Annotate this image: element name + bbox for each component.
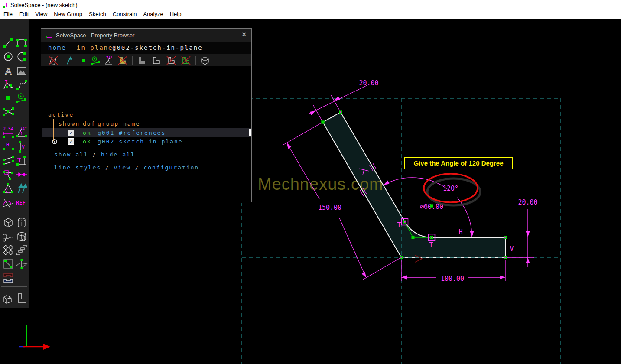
show-occluded-icon[interactable] <box>200 55 210 65</box>
link-file-tool[interactable] <box>2 272 14 284</box>
svg-text:74°: 74° <box>106 56 112 60</box>
shown-checkbox[interactable]: ✓ <box>68 130 74 136</box>
column-shown: shown <box>59 120 80 127</box>
close-icon[interactable]: ✕ <box>241 30 247 39</box>
tangent-arc-tool[interactable]: T <box>2 79 14 91</box>
menu-bar: File Edit View New Group Sketch Constrai… <box>0 10 621 19</box>
dim-top-width: 20.00 <box>359 79 378 87</box>
hide-mesh-icon[interactable] <box>181 55 191 65</box>
reference-dimension-tool[interactable]: REF <box>16 196 28 208</box>
menu-edit[interactable]: Edit <box>19 11 29 17</box>
hide-workplanes-icon[interactable] <box>48 55 59 65</box>
arc-tool[interactable] <box>16 51 28 63</box>
tangent-constraint-tool[interactable] <box>2 196 14 208</box>
equal-constraint-tool[interactable] <box>2 182 14 195</box>
show-construction-icon[interactable] <box>91 55 101 65</box>
symmetric-constraint-tool[interactable] <box>16 169 28 181</box>
property-browser-body: active shown dof group-name ✓ ok g001-#r… <box>41 66 251 203</box>
slash-separator: / <box>92 151 97 158</box>
group-link-sketch-in-plane[interactable]: g002-sketch-in-plane <box>98 138 183 145</box>
svg-text:V: V <box>22 144 25 150</box>
distance-dimension-tool[interactable]: 2.54 <box>2 126 14 138</box>
image-tool[interactable] <box>16 65 28 77</box>
dim-arm-length: 150.00 <box>318 204 341 211</box>
tangent-label-2: T <box>429 241 433 249</box>
annotation-callout: Give the Angle of 120 Degree <box>405 157 513 169</box>
parallel-normals-tool[interactable] <box>16 182 28 195</box>
active-label: active <box>48 111 74 118</box>
bezier-tool[interactable] <box>16 79 28 91</box>
lathe-tool[interactable] <box>16 217 28 229</box>
nearest-iso-view-tool[interactable] <box>2 292 14 304</box>
toolbar-separator <box>132 56 133 65</box>
show-dimensions-icon[interactable]: 74° <box>104 55 114 65</box>
hide-outlines-icon[interactable] <box>166 55 176 65</box>
nearest-ortho-view-tool[interactable] <box>16 292 28 304</box>
window-titlebar[interactable]: SolveSpace - (new sketch) <box>0 0 621 10</box>
angle-dimension-tool[interactable]: 74° <box>16 126 28 138</box>
extrude-tool[interactable] <box>2 217 14 229</box>
show-points-icon[interactable] <box>78 55 89 65</box>
sketch-in-3d-tool[interactable] <box>16 258 28 270</box>
point-tool[interactable] <box>2 92 14 104</box>
show-hide-links: show all / hide all <box>54 151 135 158</box>
hide-all-link[interactable]: hide all <box>101 151 135 158</box>
column-group-name: group-name <box>98 120 140 127</box>
show-normals-icon[interactable] <box>64 55 74 65</box>
construction-circle-tool[interactable] <box>16 92 28 104</box>
shown-checkbox[interactable]: ✓ <box>68 138 74 145</box>
horizontal-constraint-label: H <box>458 228 462 236</box>
property-browser-title: SolveSpace - Property Browser <box>56 32 134 39</box>
menu-view[interactable]: View <box>35 11 47 17</box>
home-link[interactable]: home <box>48 42 66 54</box>
translate-copies-tool[interactable] <box>16 244 28 256</box>
tree-line <box>53 119 54 141</box>
menu-file[interactable]: File <box>3 11 13 17</box>
vertical-constraint-label: V <box>510 245 514 253</box>
revolve-tool[interactable] <box>16 231 28 243</box>
property-browser-titlebar[interactable]: SolveSpace - Property Browser ✕ <box>41 29 251 42</box>
text-tool[interactable]: A <box>2 65 14 77</box>
perpendicular-constraint-tool[interactable] <box>16 155 28 167</box>
property-browser-window: SolveSpace - Property Browser ✕ home in … <box>41 28 252 202</box>
sketch-in-plane-tool[interactable] <box>2 258 14 270</box>
origin-triad <box>19 325 50 350</box>
dim-angle: 120° <box>443 185 458 192</box>
menu-sketch[interactable]: Sketch <box>89 11 106 17</box>
parallel-constraint-tool[interactable] <box>2 155 14 167</box>
menu-help[interactable]: Help <box>170 11 182 17</box>
hide-constraints-icon[interactable] <box>117 55 128 65</box>
point-on-line-tool[interactable] <box>2 169 14 181</box>
property-browser-icon <box>45 32 52 40</box>
menu-new-group[interactable]: New Group <box>54 11 82 17</box>
property-browser-nav: home in plane: g002-sketch-in-plane <box>41 42 251 54</box>
svg-text:2.54: 2.54 <box>3 127 13 131</box>
rotate-copies-tool[interactable] <box>2 244 14 256</box>
circle-tool[interactable] <box>2 51 14 63</box>
dof-value: ok <box>83 138 91 145</box>
workplane-reference-lines <box>242 98 560 364</box>
configuration-link[interactable]: configuration <box>143 164 199 171</box>
line-tool[interactable] <box>2 37 14 49</box>
rectangle-tool[interactable] <box>16 37 28 49</box>
group-link-references[interactable]: g001-#references <box>98 130 166 136</box>
helix-tool[interactable] <box>2 231 14 243</box>
menu-constrain[interactable]: Constrain <box>113 11 137 17</box>
vertical-constraint-tool[interactable]: V <box>16 141 28 153</box>
view-link[interactable]: view <box>114 164 131 171</box>
tangent-label-1: T <box>397 221 401 229</box>
slash-separator: / <box>135 164 140 171</box>
sketch-toolbar: A T 2.54 74° H V REF <box>0 19 29 308</box>
svg-text:H: H <box>6 142 9 148</box>
horizontal-constraint-tool[interactable]: H <box>2 141 14 153</box>
dim-bottom-length: 100.00 <box>441 275 464 283</box>
line-styles-link[interactable]: line styles <box>54 164 101 171</box>
show-shaded-icon[interactable] <box>137 55 147 65</box>
toolbar-divider <box>1 286 27 287</box>
menu-analyze[interactable]: Analyze <box>143 11 163 17</box>
show-all-link[interactable]: show all <box>54 151 88 158</box>
toolbar-separator <box>195 56 196 65</box>
split-curves-tool[interactable] <box>2 106 14 118</box>
show-edges-icon[interactable] <box>151 55 162 65</box>
active-group-radio[interactable] <box>52 139 57 144</box>
